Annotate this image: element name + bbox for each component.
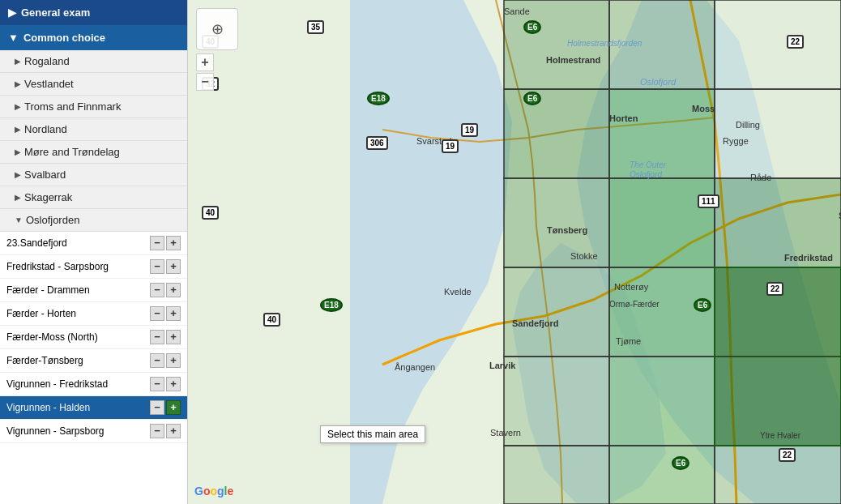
label-oslofjord: Oslofjord <box>640 77 676 87</box>
plus-button-sandefjord[interactable]: + <box>166 236 181 250</box>
arrow-icon: ▶ <box>15 102 21 111</box>
minus-button-faerder-drammen[interactable]: − <box>150 283 164 297</box>
sub-item-vigrunnen-halden[interactable]: Vigrunnen - Halden − + <box>0 396 187 420</box>
minus-button-faerder-horten[interactable]: − <box>150 306 164 321</box>
sub-item-label: Vigrunnen - Fredrikstad <box>6 378 148 390</box>
chevron-down-icon: ▼ <box>8 32 19 44</box>
sidebar-item-vestlandet[interactable]: ▶ Vestlandet <box>0 73 187 96</box>
svg-rect-20 <box>609 446 715 504</box>
road-35: 35 <box>307 20 324 34</box>
svg-rect-11 <box>609 178 715 267</box>
minus-button-faerder-tonsberg[interactable]: − <box>150 353 164 368</box>
road-19: 19 <box>461 123 478 137</box>
sub-item-label: Vigrunnen - Halden <box>6 402 148 413</box>
sidebar-section-common-choice[interactable]: ▼ Common choice <box>0 25 187 50</box>
plus-button-vigrunnen-fredrikstad[interactable]: + <box>166 377 181 391</box>
arrow-icon: ▶ <box>15 193 21 202</box>
sidebar-top-items: ▶ Rogaland▶ Vestlandet▶ Troms and Finnma… <box>0 50 187 232</box>
sub-item-faerder-moss-north[interactable]: Færder-Moss (North) − + <box>0 326 187 349</box>
minus-button-sandefjord[interactable]: − <box>150 236 164 250</box>
road-e6-low: E6 <box>694 298 711 312</box>
sub-item-label: Færder - Horten <box>6 308 148 319</box>
road-111: 111 <box>698 194 719 208</box>
plus-button-vigrunnen-halden[interactable]: + <box>166 400 181 415</box>
arrow-icon: ▶ <box>15 57 21 66</box>
road-40-mid: 40 <box>202 206 219 220</box>
sub-item-vigrunnen-sarpsborg[interactable]: Vigrunnen - Sarpsborg − + <box>0 420 187 443</box>
arrow-icon: ▶ <box>15 170 21 179</box>
svg-rect-7 <box>504 89 609 178</box>
minus-button-vigrunnen-halden[interactable]: − <box>150 400 164 415</box>
label-dilling: Dilling <box>736 120 760 130</box>
sub-item-faerder-horten[interactable]: Færder - Horten − + <box>0 302 187 326</box>
sub-item-label: Vigrunnen - Sarpsborg <box>6 425 148 437</box>
label-fredrikstad: Fredrikstad <box>784 253 833 263</box>
label-larvik: Larvik <box>489 361 515 370</box>
road-22-bot: 22 <box>779 448 796 462</box>
label-notteroy: Notterøy <box>614 282 648 292</box>
road-22-top: 22 <box>766 282 783 296</box>
plus-button-faerder-moss-north[interactable]: + <box>166 330 181 344</box>
sidebar-item-label: Svalbard <box>24 169 66 181</box>
svg-rect-17 <box>609 357 715 446</box>
zoom-in-button[interactable]: + <box>196 53 214 71</box>
label-rade: Råde <box>750 173 771 182</box>
sub-item-faerder-drammen[interactable]: Færder - Drammen − + <box>0 279 187 302</box>
sidebar-item-label: Skagerrak <box>24 191 72 203</box>
map-nav: ⊕ + − <box>196 8 238 91</box>
plus-button-fredrikstad-sarpsborg[interactable]: + <box>166 259 181 274</box>
label-horten: Horten <box>609 113 638 123</box>
sub-item-fredrikstad-sarpsborg[interactable]: Fredrikstad - Sarpsborg − + <box>0 255 187 279</box>
svg-rect-6 <box>715 0 841 89</box>
arrow-icon: ▼ <box>15 216 23 224</box>
sub-item-label: Færder-Tønsberg <box>6 355 148 366</box>
plus-button-faerder-drammen[interactable]: + <box>166 283 181 297</box>
chevron-right-icon: ▶ <box>8 6 16 19</box>
minus-button-fredrikstad-sarpsborg[interactable]: − <box>150 259 164 274</box>
svg-rect-21 <box>715 446 841 504</box>
sidebar-section-general-exam[interactable]: ▶ General exam <box>0 0 187 25</box>
minus-button-vigrunnen-sarpsborg[interactable]: − <box>150 424 164 438</box>
sidebar-item-label: Nordland <box>24 123 67 135</box>
svg-rect-13 <box>504 267 609 357</box>
plus-button-faerder-tonsberg[interactable]: + <box>166 353 181 368</box>
sidebar-item-rogaland[interactable]: ▶ Rogaland <box>0 50 187 73</box>
map-container[interactable]: Sande Holmestrandsfjorden Holmestrand Os… <box>188 0 841 504</box>
label-ormo-faerder: Ormø-Færder <box>609 300 660 309</box>
label-outer-oslofjord: The Outer <box>630 160 666 169</box>
sidebar-item-more-trondelag[interactable]: ▶ Møre and Trøndelag <box>0 141 187 164</box>
sidebar-item-skagerrak[interactable]: ▶ Skagerrak <box>0 186 187 209</box>
sub-item-vigrunnen-fredrikstad[interactable]: Vigrunnen - Fredrikstad − + <box>0 373 187 396</box>
plus-button-faerder-horten[interactable]: + <box>166 306 181 321</box>
label-kvelde: Kvelde <box>444 287 472 297</box>
sidebar-item-oslofjorden[interactable]: ▼ Oslofjorden <box>0 209 187 232</box>
sub-item-label: Færder-Moss (North) <box>6 331 148 343</box>
nav-circle[interactable]: ⊕ <box>196 8 238 50</box>
sidebar-item-svalbard[interactable]: ▶ Svalbard <box>0 164 187 186</box>
nav-arrows[interactable]: ⊕ <box>211 20 224 38</box>
sidebar-item-label: Troms and Finnmark <box>24 100 121 113</box>
minus-button-faerder-moss-north[interactable]: − <box>150 330 164 344</box>
zoom-out-button[interactable]: − <box>196 73 214 91</box>
label-tonsberg: Tønsberg <box>547 225 587 235</box>
label-sandefjord: Sandefjord <box>512 318 558 328</box>
sidebar-item-troms-finnmark[interactable]: ▶ Troms and Finnmark <box>0 96 187 118</box>
sidebar-item-nordland[interactable]: ▶ Nordland <box>0 118 187 141</box>
arrow-icon: ▶ <box>15 147 21 156</box>
label-stavern: Stavern <box>490 428 521 438</box>
plus-button-vigrunnen-sarpsborg[interactable]: + <box>166 424 181 438</box>
sub-item-sandefjord[interactable]: 23.Sandefjord − + <box>0 232 187 255</box>
common-choice-label: Common choice <box>23 32 105 44</box>
sidebar: ▶ General exam ▼ Common choice ▶ Rogalan… <box>0 0 188 504</box>
select-main-area-tooltip[interactable]: Select this main area <box>320 425 425 443</box>
road-e18: E18 <box>367 92 390 105</box>
road-306: 306 <box>366 136 388 150</box>
road-e6-bot: E6 <box>672 456 689 470</box>
sub-item-faerder-tonsberg[interactable]: Færder-Tønsberg − + <box>0 349 187 373</box>
minus-button-vigrunnen-fredrikstad[interactable]: − <box>150 377 164 391</box>
label-outer-oslofjord2: Oslofjord <box>630 170 662 179</box>
label-angangen: Ångangen <box>395 362 435 372</box>
tooltip-text: Select this main area <box>327 429 418 440</box>
label-rygge: Rygge <box>723 136 749 146</box>
sub-item-label: 23.Sandefjord <box>6 237 148 249</box>
